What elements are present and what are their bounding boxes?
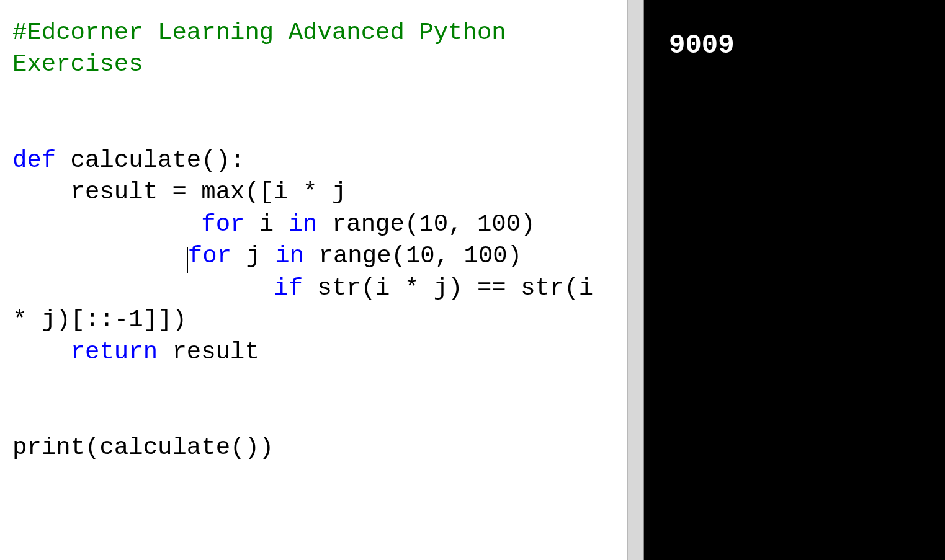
- pane-divider[interactable]: [627, 0, 644, 560]
- builtin-max: max: [201, 179, 244, 206]
- keyword-in: in: [289, 211, 318, 238]
- code-text: range(10, 100): [318, 211, 535, 238]
- code-text: * j)[::-1]]): [12, 306, 187, 334]
- code-text: ([i * j: [244, 179, 346, 206]
- code-indent: [12, 211, 201, 238]
- keyword-in: in: [275, 242, 304, 270]
- code-indent: [12, 275, 274, 302]
- keyword-def: def: [12, 147, 56, 174]
- code-text: print(calculate()): [12, 434, 274, 461]
- code-text: result =: [12, 179, 201, 206]
- keyword-for: for: [188, 242, 231, 270]
- output-console-pane[interactable]: 9009: [644, 0, 945, 560]
- code-indent: [12, 339, 71, 366]
- code-indent: [12, 242, 187, 270]
- code-text: str(i * j) == str(i: [303, 275, 593, 302]
- blank-line: [12, 401, 614, 432]
- blank-line: [12, 81, 614, 113]
- code-comment-line2: Exercises: [12, 51, 143, 78]
- keyword-if: if: [274, 275, 303, 302]
- blank-line: [12, 368, 614, 400]
- keyword-return: return: [71, 339, 158, 366]
- code-text: result: [158, 339, 259, 366]
- code-comment-line1: #Edcorner Learning Advanced Python: [12, 19, 506, 47]
- text-cursor: [187, 247, 188, 273]
- output-value: 9009: [669, 30, 735, 61]
- code-text: j: [231, 242, 275, 270]
- code-editor-pane[interactable]: #Edcorner Learning Advanced PythonExerci…: [0, 0, 627, 560]
- code-text: range(10, 100): [304, 242, 522, 270]
- keyword-for: for: [201, 211, 244, 238]
- code-text: calculate():: [56, 147, 244, 174]
- code-text: i: [244, 211, 288, 238]
- blank-line: [12, 113, 614, 144]
